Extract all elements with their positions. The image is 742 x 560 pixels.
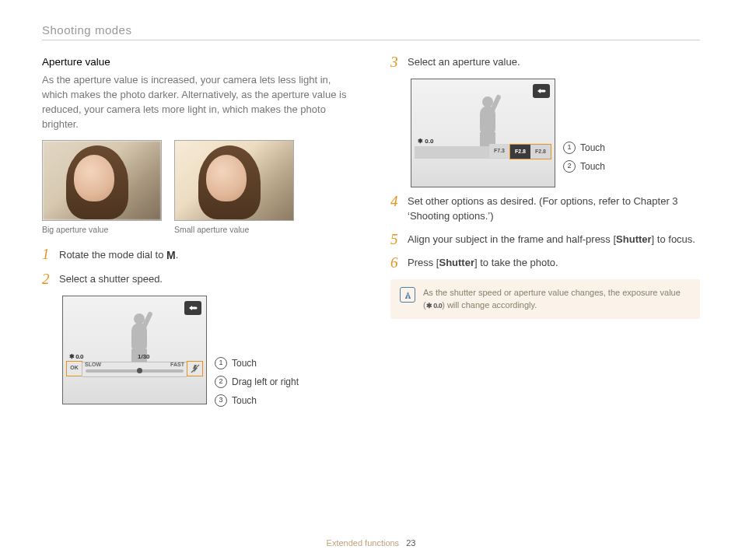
- step-2-text: Select a shutter speed.: [59, 271, 163, 287]
- callout-num-3: 3: [215, 394, 227, 407]
- step-2: 2 Select a shutter speed.: [42, 271, 352, 288]
- aperture-subhead: Aperture value: [42, 54, 352, 70]
- callout-num-1: 1: [563, 142, 576, 154]
- step-6: 6 Press [Shutter] to take the photo.: [390, 255, 700, 271]
- step-4: 4 Set other options as desired. (For opt…: [390, 194, 700, 224]
- lcd-screen-aperture: ✱ 0.0 F7.3 F2.8 F2.8: [411, 79, 555, 187]
- step-5-pre: Align your subject in the frame and half…: [408, 233, 616, 245]
- note-text: As the shutter speed or aperture value c…: [423, 287, 691, 311]
- step-5-text: Align your subject in the frame and half…: [408, 232, 695, 247]
- step-3: 3 Select an aperture value.: [390, 54, 700, 71]
- step-5-post: ] to focus.: [652, 233, 695, 245]
- callout-num-1: 1: [215, 357, 227, 369]
- section-rule: [42, 40, 700, 40]
- exposure-value: ✱ 0.0: [418, 137, 433, 146]
- step-number: 3: [390, 54, 401, 71]
- step-6-text: Press [Shutter] to take the photo.: [408, 255, 558, 271]
- note-post: ) will change accordingly.: [442, 300, 537, 310]
- aperture-f2.8-selected: F2.8: [510, 145, 530, 159]
- page-number: 23: [406, 538, 415, 548]
- step-5-bold: Shutter: [616, 233, 652, 245]
- step-number: 1: [42, 247, 53, 263]
- mode-m-icon: M: [166, 247, 176, 263]
- step-1: 1 Rotate the mode dial to M.: [42, 247, 352, 263]
- photo-small-aperture: [174, 140, 294, 221]
- note-ev-icon: ✱ 0.0: [426, 302, 443, 310]
- callout-2: Drag left or right: [232, 375, 299, 389]
- step-6-bold: Shutter: [439, 257, 474, 268]
- slider-slow-label: SLOW: [85, 361, 101, 369]
- step-6-post: ] to take the photo.: [474, 257, 558, 268]
- ok-button: OK: [66, 361, 82, 376]
- callout-1: Touch: [580, 141, 605, 155]
- caption-small: Small aperture value: [174, 224, 294, 236]
- step-6-pre: Press [: [408, 257, 439, 268]
- left-column: Aperture value As the aperture value is …: [42, 54, 352, 414]
- callout-3: Touch: [232, 394, 257, 408]
- photo-big-aperture: [42, 140, 162, 221]
- shutter-slider: SLOW FAST: [82, 362, 187, 377]
- aperture-f2.8: F2.8: [530, 145, 551, 159]
- back-icon: [184, 301, 201, 315]
- aperture-highlight: F2.8 F2.8: [509, 144, 551, 159]
- step-3-text: Select an aperture value.: [408, 54, 520, 70]
- page-footer: Extended functions 23: [0, 538, 742, 548]
- shutter-callouts: 1Touch 2Drag left or right 3Touch: [215, 296, 299, 408]
- callout-1: Touch: [232, 356, 257, 370]
- callout-num-2: 2: [215, 376, 227, 388]
- step-number: 6: [390, 255, 401, 271]
- step-number: 2: [42, 271, 53, 288]
- right-column: 3 Select an aperture value. ✱ 0.0 F7.3 F: [390, 54, 700, 414]
- step-1-pre: Rotate the mode dial to: [59, 249, 166, 261]
- shutter-value: 1/30: [138, 352, 150, 362]
- footer-label: Extended functions: [327, 538, 400, 548]
- step-number: 5: [390, 232, 401, 248]
- slider-fast-label: FAST: [170, 361, 184, 369]
- step-1-post: .: [176, 249, 179, 261]
- note-box: As the shutter speed or aperture value c…: [390, 279, 700, 319]
- example-photos: Big aperture value Small aperture value: [42, 140, 352, 236]
- callout-2: Touch: [580, 159, 605, 173]
- aperture-callouts: 1Touch 2Touch: [563, 79, 605, 173]
- aperture-values: F7.3 F2.8 F2.8: [489, 144, 551, 159]
- lcd-screen-shutter: ✱ 0.0 1/30 OK SLOW FAST: [62, 296, 207, 404]
- back-icon: [533, 84, 550, 98]
- note-icon: [400, 287, 415, 303]
- section-title: Shooting modes: [42, 23, 700, 37]
- callout-num-2: 2: [563, 160, 576, 173]
- step-4-text: Set other options as desired. (For optio…: [408, 194, 700, 224]
- aperture-body: As the aperture value is increased, your…: [42, 73, 352, 131]
- caption-big: Big aperture value: [42, 224, 162, 236]
- no-flash-icon: [187, 361, 203, 376]
- step-5: 5 Align your subject in the frame and ha…: [390, 232, 700, 248]
- step-1-text: Rotate the mode dial to M.: [59, 247, 178, 263]
- step-number: 4: [390, 194, 401, 210]
- aperture-f7.3: F7.3: [489, 144, 509, 158]
